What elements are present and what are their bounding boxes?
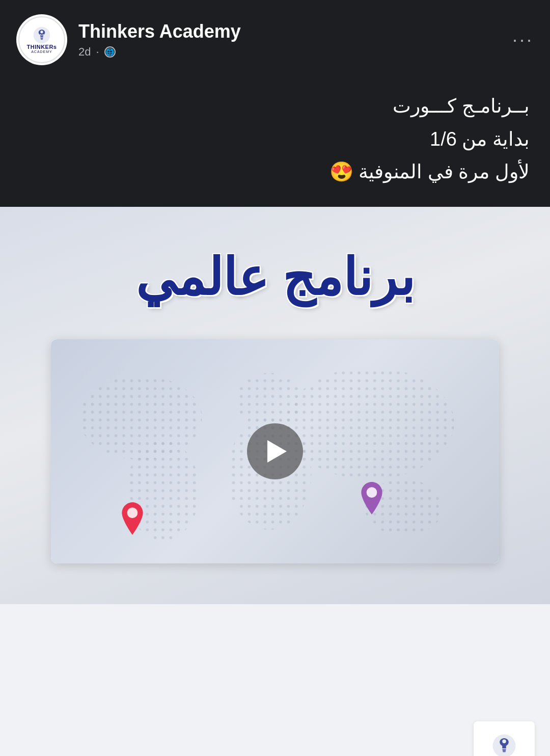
post-text: بــرنامـج كـــورت بداية من 1/6 لأول مرة … <box>20 90 530 188</box>
svg-point-7 <box>286 367 454 479</box>
pin-red <box>117 502 148 541</box>
svg-point-11 <box>367 487 377 498</box>
more-options-button[interactable]: ··· <box>512 29 534 50</box>
thinkers-logo: THINKERs ACADEMY <box>26 26 57 53</box>
page-name[interactable]: Thinkers Academy <box>78 21 241 42</box>
pin-purple <box>356 482 387 520</box>
post-line1: بــرنامـج كـــورت <box>20 90 530 123</box>
svg-point-3 <box>79 375 202 460</box>
post-container: THINKERs ACADEMY Thinkers Academy 2d · 🌐… <box>0 0 550 756</box>
video-card[interactable] <box>51 339 499 563</box>
post-line2: بداية من 1/6 <box>20 123 530 156</box>
watermark-icon <box>491 733 517 756</box>
avatar[interactable]: THINKERs ACADEMY <box>16 14 67 65</box>
post-bottom: THINKERs ACADEMY مستقل mostaql.com <box>0 604 550 756</box>
post-text-area: بــرنامـج كـــورت بداية من 1/6 لأول مرة … <box>0 79 550 207</box>
post-header: THINKERs ACADEMY Thinkers Academy 2d · 🌐… <box>0 0 550 79</box>
post-time: 2d <box>78 45 91 59</box>
svg-point-1 <box>40 31 43 33</box>
dot-separator: · <box>96 45 99 59</box>
media-area[interactable]: برنامج عالمي <box>0 207 550 604</box>
post-line3: لأول مرة في المنوفية 😍 <box>20 155 530 188</box>
play-triangle <box>267 440 287 463</box>
logo-text: THINKERs <box>26 44 57 50</box>
header-info: Thinkers Academy 2d · 🌐 <box>78 21 241 59</box>
logo-sub: ACADEMY <box>31 50 52 53</box>
svg-point-9 <box>127 507 138 518</box>
thinkers-icon-svg <box>33 26 51 44</box>
play-button[interactable] <box>247 423 303 479</box>
arabic-title-overlay: برنامج عالمي <box>0 248 550 307</box>
svg-point-14 <box>502 739 506 743</box>
post-meta: 2d · 🌐 <box>78 45 241 59</box>
header-left: THINKERs ACADEMY Thinkers Academy 2d · 🌐 <box>16 14 241 65</box>
video-inner <box>51 339 499 563</box>
globe-icon: 🌐 <box>104 46 116 58</box>
thinkers-watermark: THINKERs ACADEMY <box>474 721 535 756</box>
